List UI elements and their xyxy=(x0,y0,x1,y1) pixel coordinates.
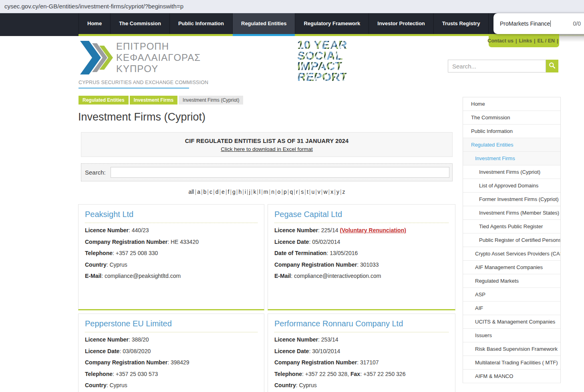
entity-card-peaksight-ltd: Peaksight LtdLicence Number: 440/23Compa… xyxy=(78,204,264,310)
alphabet-link-f[interactable]: f xyxy=(228,189,230,195)
browser-url-bar[interactable]: cysec.gov.cy/en-GB/entities/investment-f… xyxy=(0,0,584,13)
sidebar-item-ucits-management-companies[interactable]: UCITS & Management Companies xyxy=(463,315,560,329)
sidebar-item-investment-firms-member-states[interactable]: Investment Firms (Member States) xyxy=(463,206,560,220)
nav-tab-the-commission[interactable]: The Commission xyxy=(111,13,170,34)
page-title: Investment Firms (Cypriot) xyxy=(78,111,205,123)
find-query-input[interactable]: ProMarkets Finance xyxy=(500,20,551,27)
sidebar-item-former-investment-firms-cypriot[interactable]: Former Investment Firms (Cypriot) xyxy=(463,193,560,206)
alphabet-separator: | xyxy=(207,189,209,195)
alphabet-link-p[interactable]: p xyxy=(284,189,287,195)
alphabet-link-k[interactable]: k xyxy=(253,189,256,195)
find-bar-shadow xyxy=(559,34,584,42)
nav-tab-trusts-registry[interactable]: Trusts Registry xyxy=(434,13,489,34)
sidebar-item-regulated-markets[interactable]: Regulated Markets xyxy=(463,274,560,288)
excel-download-link[interactable]: Click here to download in Excel format xyxy=(221,146,313,152)
alphabet-link-y[interactable]: y xyxy=(336,189,339,195)
alphabet-link-c[interactable]: c xyxy=(209,189,212,195)
quick-link-contact-us[interactable]: Contact us xyxy=(487,38,514,44)
find-in-page-bar[interactable]: ProMarkets Finance 0/0 xyxy=(493,13,584,34)
alphabet-link-d[interactable]: d xyxy=(215,189,219,195)
alphabet-separator: | xyxy=(321,189,323,195)
entity-field-line: E-Mail: compliance@interactiveoption.com xyxy=(274,272,449,280)
sidebar-item-investment-firms-cypriot[interactable]: Investment Firms (Cypriot) xyxy=(463,165,560,179)
search-icon xyxy=(549,62,556,70)
alphabet-link-x[interactable]: x xyxy=(330,189,333,195)
sidebar-item-tied-agents-public-register[interactable]: Tied Agents Public Register xyxy=(463,220,560,233)
alphabet-link-g[interactable]: g xyxy=(232,189,236,195)
alphabet-separator: | xyxy=(281,189,283,195)
sidebar-item-regulated-entities[interactable]: Regulated Entities xyxy=(463,138,560,152)
alphabet-link-j[interactable]: j xyxy=(249,189,250,195)
sidebar-item-issuers[interactable]: Issuers xyxy=(463,329,560,342)
alphabet-separator: | xyxy=(299,189,300,195)
alphabet-link-all[interactable]: all xyxy=(188,189,194,195)
cysec-logo[interactable]: ΕΠΙΤΡΟΠΗ ΚΕΦΑΛΑΙΑΓΟΡΑΣ ΚΥΠΡΟΥ CYPRUS SEC… xyxy=(79,40,189,88)
sidebar-item-home[interactable]: Home xyxy=(463,97,560,111)
alphabet-link-e[interactable]: e xyxy=(222,189,225,195)
entity-search-input[interactable] xyxy=(111,167,449,178)
sidebar-menu: HomeThe CommissionPublic InformationRegu… xyxy=(463,97,561,383)
sidebar-item-aifm-manco[interactable]: AIFM & MANCO xyxy=(463,370,560,383)
alphabet-link-u[interactable]: u xyxy=(311,189,314,195)
report-line: REPORT xyxy=(297,72,358,82)
sidebar-item-multilateral-trading-facilities-mtf[interactable]: Multilateral Trading Facilities ( MTF) xyxy=(463,356,560,370)
nav-tab-regulatory-framework[interactable]: Regulatory Framework xyxy=(295,13,369,34)
alphabet-link-b[interactable]: b xyxy=(203,189,207,195)
site-search-input[interactable] xyxy=(448,60,546,72)
entity-name-link[interactable]: Pepperstone EU Limited xyxy=(85,319,258,332)
alphabet-link-q[interactable]: q xyxy=(290,189,293,195)
sidebar-item-list-of-approved-domains[interactable]: List of Approved Domains xyxy=(463,179,560,193)
breadcrumb-regulated-entities[interactable]: Regulated Entities xyxy=(79,96,129,105)
alphabet-link-t[interactable]: t xyxy=(307,189,308,195)
breadcrumb-investment-firms[interactable]: Investment Firms xyxy=(130,96,177,105)
nav-strip-left-cap xyxy=(0,34,79,36)
nav-tab-regulated-entities[interactable]: Regulated Entities xyxy=(233,13,295,34)
alphabet-link-z[interactable]: z xyxy=(342,189,345,195)
alphabet-link-o[interactable]: o xyxy=(278,189,281,195)
entity-field-line: Licence Date: 05/02/2014 xyxy=(274,238,449,246)
alphabet-separator: | xyxy=(340,189,342,195)
alphabet-separator: | xyxy=(201,189,203,195)
alphabet-separator: | xyxy=(195,189,196,195)
nav-tab-public-information[interactable]: Public Information xyxy=(170,13,233,34)
breadcrumb-investment-firms-cypriot[interactable]: Investment Firms (Cypriot) xyxy=(179,96,243,105)
sidebar-item-crypto-asset-services-providers-casp[interactable]: Crypto Asset Services Providers (CASP) xyxy=(463,247,560,261)
entity-card-performance-ronnaru-company-ltd: Performance Ronnaru Company LtdLicence N… xyxy=(268,314,455,392)
site-search-button[interactable] xyxy=(546,60,558,72)
sidebar-item-asp[interactable]: ASP xyxy=(463,288,560,302)
sidebar-item-investment-firms[interactable]: Investment Firms xyxy=(463,152,560,165)
alphabet-link-h[interactable]: h xyxy=(238,189,242,195)
alphabet-link-v[interactable]: v xyxy=(318,189,320,195)
social-impact-report-banner[interactable]: 10 YEARSOCIALIMPACTREPORT xyxy=(297,40,358,84)
alphabet-link-i[interactable]: i xyxy=(245,189,246,195)
alphabet-separator: | xyxy=(294,189,295,195)
nav-tab-investor-protection[interactable]: Investor Protection xyxy=(369,13,433,34)
entity-name-link[interactable]: Pegase Capital Ltd xyxy=(274,210,449,223)
alphabet-link-a[interactable]: a xyxy=(197,189,200,195)
alphabet-link-m[interactable]: m xyxy=(264,189,268,195)
alphabet-link-s[interactable]: s xyxy=(301,189,304,195)
entity-fields: Licence Number: 253/14Licence Date: 30/1… xyxy=(274,336,449,392)
nav-tab-home[interactable]: Home xyxy=(79,13,111,34)
sidebar-item-public-information[interactable]: Public Information xyxy=(463,125,560,138)
alphabet-link-w[interactable]: w xyxy=(323,189,327,195)
quick-link-separator: | xyxy=(516,38,517,44)
alphabet-link-l[interactable]: l xyxy=(259,189,260,195)
quick-link-links[interactable]: Links xyxy=(519,38,532,44)
sidebar-item-aif[interactable]: AIF xyxy=(463,302,560,315)
cysec-chevrons-icon xyxy=(79,40,115,77)
alphabet-separator: | xyxy=(261,189,263,195)
alphabet-separator: | xyxy=(304,189,306,195)
sidebar-item-the-commission[interactable]: The Commission xyxy=(463,111,560,125)
entity-name-link[interactable]: Peaksight Ltd xyxy=(85,210,258,223)
sidebar-item-aif-management-companies[interactable]: AIF Management Companies xyxy=(463,261,560,274)
quick-link-el-en[interactable]: EL / EN xyxy=(538,38,555,44)
entity-field-line: Licence Date: 30/10/2014 xyxy=(274,348,449,356)
entity-name-link[interactable]: Performance Ronnaru Company Ltd xyxy=(274,319,449,332)
voluntary-renunciation-link[interactable]: (Voluntary Renunciation) xyxy=(340,227,406,233)
alphabet-link-r[interactable]: r xyxy=(296,189,298,195)
cif-list-notice: CIF REGULATED ENTITIES LIST AS OF 31 JAN… xyxy=(81,132,453,157)
sidebar-item-risk-based-supervision-framework[interactable]: Risk Based Supervision Framework xyxy=(463,342,560,356)
sidebar-item-public-register-of-certified-persons[interactable]: Public Register of Certified Persons xyxy=(463,233,560,247)
alphabet-link-n[interactable]: n xyxy=(271,189,274,195)
